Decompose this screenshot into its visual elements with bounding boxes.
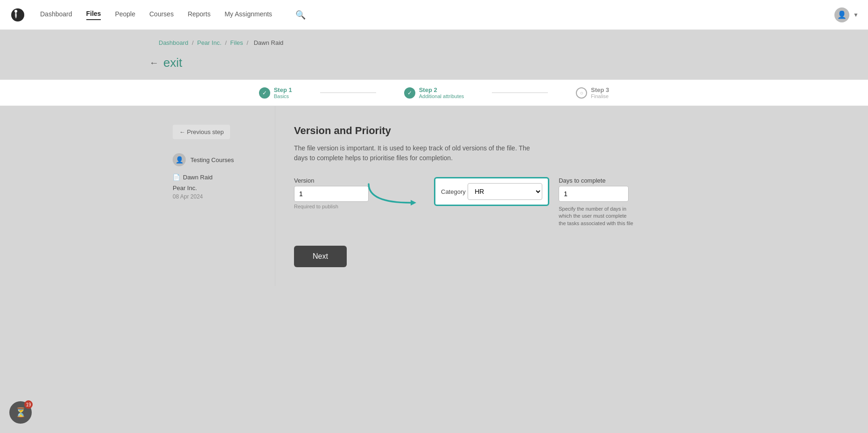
search-icon[interactable]: 🔍 — [295, 10, 306, 20]
svg-point-1 — [14, 10, 17, 13]
sidebar-org: Pear Inc. — [173, 185, 266, 192]
stepper: ✓ Step 1 Basics ✓ Step 2 Additional attr… — [0, 79, 868, 106]
nav-files[interactable]: Files — [86, 10, 101, 20]
nav-dashboard[interactable]: Dashboard — [40, 10, 72, 20]
step-2-icon: ✓ — [404, 87, 415, 99]
exit-label[interactable]: exit — [163, 56, 182, 70]
back-arrow-icon[interactable]: ← — [149, 57, 159, 68]
step-1[interactable]: ✓ Step 1 Basics — [231, 86, 320, 99]
step-1-sub: Basics — [274, 93, 292, 99]
nav-links: Dashboard Files People Courses Reports M… — [40, 10, 306, 20]
sidebar-user-name: Testing Courses — [190, 156, 234, 163]
category-field-group: Category HR Finance Legal Operations IT … — [434, 177, 549, 206]
step-3-sub: Finalise — [591, 93, 609, 99]
notification-badge: 19 — [24, 400, 33, 409]
nav-my-assignments[interactable]: My Assignments — [224, 10, 272, 20]
chevron-down-icon[interactable]: ▼ — [853, 12, 859, 18]
step-3[interactable]: ○ Step 3 Finalise — [548, 86, 637, 99]
step-2-name: Step 2 — [419, 86, 464, 93]
step-separator-2 — [492, 92, 548, 93]
svg-point-0 — [11, 8, 24, 21]
breadcrumb-files[interactable]: Files — [230, 39, 243, 46]
form-description: The file version is important. It is use… — [294, 143, 537, 163]
exit-area: ← exit — [0, 51, 868, 79]
sidebar: ← Previous step 👤 Testing Courses 📄 Dawn… — [173, 106, 275, 286]
days-input[interactable] — [559, 186, 629, 202]
file-icon: 📄 — [173, 174, 180, 181]
navbar-right: 👤 ▼ — [834, 7, 859, 22]
breadcrumb-org[interactable]: Pear Inc. — [197, 39, 221, 46]
breadcrumb-current: Dawn Raid — [254, 39, 284, 46]
breadcrumb: Dashboard / Pear Inc. / Files / Dawn Rai… — [159, 39, 868, 46]
sidebar-file: 📄 Dawn Raid — [173, 174, 266, 181]
step-1-icon: ✓ — [259, 87, 270, 99]
step-separator-1 — [320, 92, 376, 93]
logo[interactable] — [9, 7, 26, 23]
nav-courses[interactable]: Courses — [149, 10, 174, 20]
days-field-group: Days to complete Specify the number of d… — [559, 177, 633, 227]
version-label: Version — [294, 177, 369, 184]
svg-marker-2 — [411, 200, 416, 206]
nav-reports[interactable]: Reports — [188, 10, 210, 20]
form-panel: Version and Priority The file version is… — [275, 106, 695, 286]
version-input[interactable] — [294, 186, 369, 202]
version-hint: Required to publish — [294, 204, 369, 209]
breadcrumb-dashboard[interactable]: Dashboard — [159, 39, 189, 46]
version-field-group: Version Required to publish — [294, 177, 369, 209]
days-label: Days to complete — [559, 177, 633, 184]
previous-step-button[interactable]: ← Previous step — [173, 125, 230, 139]
nav-people[interactable]: People — [115, 10, 135, 20]
sidebar-user-avatar: 👤 — [173, 153, 186, 166]
category-select[interactable]: HR Finance Legal Operations IT Marketing — [468, 183, 542, 200]
next-button[interactable]: Next — [294, 246, 347, 267]
notification-icon: ⏳ — [15, 407, 27, 418]
step-2[interactable]: ✓ Step 2 Additional attributes — [376, 86, 492, 99]
step-2-sub: Additional attributes — [419, 93, 464, 99]
sidebar-file-name: Dawn Raid — [183, 174, 213, 181]
step-1-name: Step 1 — [274, 86, 292, 93]
curved-arrow-svg — [359, 179, 425, 212]
days-hint: Specify the number of days in which the … — [559, 206, 633, 227]
step-3-name: Step 3 — [591, 86, 609, 93]
step-3-icon: ○ — [576, 87, 587, 99]
notification-bubble[interactable]: ⏳ 19 — [9, 401, 32, 424]
breadcrumb-area: Dashboard / Pear Inc. / Files / Dawn Rai… — [0, 30, 868, 51]
navbar: Dashboard Files People Courses Reports M… — [0, 0, 868, 30]
sidebar-date: 08 Apr 2024 — [173, 193, 266, 200]
main-content: ← Previous step 👤 Testing Courses 📄 Dawn… — [154, 106, 714, 286]
category-label: Category — [441, 188, 466, 195]
form-title: Version and Priority — [294, 125, 677, 137]
avatar[interactable]: 👤 — [834, 7, 849, 22]
sidebar-user: 👤 Testing Courses — [173, 153, 266, 166]
fields-row: Version Required to publish Category HR … — [294, 177, 677, 227]
